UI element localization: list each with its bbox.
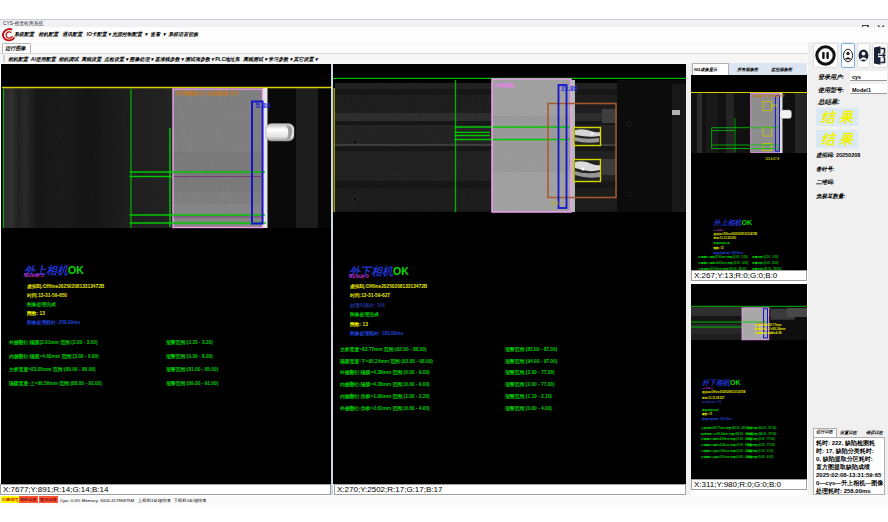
svg-text:虚拟码:Offline2025020813313472B: 虚拟码:Offline2025020813313472B [701,390,745,394]
svg-text:外下相机OK: 外下相机OK [701,379,741,387]
svg-text:报警范围:(94.00 - 97.00): 报警范围:(94.00 - 97.00) [504,358,558,365]
svg-text:报警范围:(2.20 - 3.20): 报警范围:(2.20 - 3.20) [165,339,213,346]
svg-text:报警范围:(1.10 - 2.10): 报警范围:(1.10 - 2.10) [504,393,552,400]
svg-text:NG允许:1: NG允许:1 [714,228,726,232]
svg-text:时间:13-31-59-650: 时间:13-31-59-650 [714,236,737,240]
svg-text:报警范围:(83.00 - 87.00): 报警范围:(83.00 - 87.00) [746,426,776,430]
svg-text:报警范围:(2.00 - 77.00): 报警范围:(2.00 - 77.00) [504,369,555,376]
svg-text:主极宽度=83.05mm 范围:(80.00 - 86.00: 主极宽度=83.05mm 范围:(80.00 - 86.00) [8,366,96,373]
svg-text:报警范围:(2.20 - 3.20): 报警范围:(2.20 - 3.20) [751,255,778,259]
svg-text:图像处理耗时: 183.00ms: 图像处理耗时: 183.00ms [350,330,404,337]
svg-text:报警范围:(89.00 - 91.00): 报警范围:(89.00 - 91.00) [165,380,219,387]
svg-text:报警范围:(94.00 - 97.00): 报警范围:(94.00 - 97.00) [746,432,776,436]
svg-text:内侧翻钉-隔膜=4.60mm 范围:(3.00 - 6.00: 内侧翻钉-隔膜=4.60mm 范围:(3.00 - 6.00) [698,261,748,265]
svg-text:NG允许:0: NG允许:0 [702,386,714,390]
svg-text:23.88: 23.88 [561,85,578,92]
svg-text:图像处理耗时: 258.00ms: 图像处理耗时: 258.00ms [714,251,744,255]
svg-text:隔膜宽度-下=95.24mm 范围:(93.00 - 98.: 隔膜宽度-下=95.24mm 范围:(93.00 - 98.00) [340,358,433,365]
svg-text:报警范围:(0.00 - 8.00): 报警范围:(0.00 - 8.00) [165,353,213,360]
svg-text:90.5: 90.5 [772,104,778,108]
svg-text:外侧翻钉-隔膜=4.38mm 范围:(0.00 - 9.00: 外侧翻钉-隔膜=4.38mm 范围:(0.00 - 9.00) [700,437,751,441]
svg-text:外侧翻钉-隔膜(2.91mm 范围:(2.00 - 3.50: 外侧翻钉-隔膜(2.91mm 范围:(2.00 - 3.50) [697,255,748,259]
svg-text:灯亮阈值:93, 动态阈值:100: 灯亮阈值:93, 动态阈值:100 [751,94,785,98]
svg-text:圈数: 13: 圈数: 13 [714,246,725,250]
svg-text:内侧翻钉-负极=1.90mm 范围:(1.00 - 2.20: 内侧翻钉-负极=1.90mm 范围:(1.00 - 2.20) [340,393,430,400]
svg-text:报警范围:(2.00 - 77.00): 报警范围:(2.00 - 77.00) [746,443,775,447]
svg-text:图像处理完成: 图像处理完成 [350,311,379,318]
svg-text:外侧翻钉-隔膜(2.91mm 范围:(2.00 - 3.50: 外侧翻钉-隔膜(2.91mm 范围:(2.00 - 3.50) [8,339,98,346]
svg-text:NG允许:0: NG允许:0 [349,274,369,279]
svg-text:报警范围:(2.00 - 77.00): 报警范围:(2.00 - 77.00) [746,437,775,441]
svg-text:报警范围:(1.10 - 2.10): 报警范围:(1.10 - 2.10) [746,449,773,453]
svg-text:报警范围:(2.00 - 77.00): 报警范围:(2.00 - 77.00) [504,381,555,388]
svg-text:主极宽度=83.77mm 范围:(82.00 - 88.00: 主极宽度=83.77mm 范围:(82.00 - 88.00) [339,346,427,353]
svg-text:报警范围:(0.00 - 8.00): 报警范围:(0.00 - 8.00) [751,261,778,265]
svg-text:图像处理完成: 图像处理完成 [714,241,730,245]
svg-text:主极宽度=83.77mm 范围:(82.00 - 88.00: 主极宽度=83.77mm 范围:(82.00 - 88.00) [700,426,750,430]
svg-text:内侧翻钉-负极=1.90mm 范围:(1.00 - 2.20: 内侧翻钉-负极=1.90mm 范围:(1.00 - 2.20) [701,449,751,453]
svg-text:隔膜宽度-下=95.24mm 范围:(93.00 - 98.: 隔膜宽度-下=95.24mm 范围:(93.00 - 98.00) [701,432,753,436]
svg-text:虚拟码:Offline2025020813313472B: 虚拟码:Offline2025020813313472B [713,232,757,236]
svg-text:AI检测框: AI检测框 [494,82,514,89]
svg-text:5.88: 5.88 [256,101,271,110]
svg-text:外侧翻钉-隔膜=4.38: 外侧翻钉-隔膜=4.38 [754,331,782,335]
svg-text:圈数: 13: 圈数: 13 [350,321,368,328]
svg-text:时间:13-31-59-650: 时间:13-31-59-650 [27,292,67,299]
svg-text:报警范围:(83.00 - 87.00): 报警范围:(83.00 - 87.00) [504,346,558,353]
svg-text:内侧翻钉-隔膜=4.38mm 范围:(0.00 - 9.00: 内侧翻钉-隔膜=4.38mm 范围:(0.00 - 9.00) [701,443,751,447]
svg-text:报警范围:(0.60 - 4.00): 报警范围:(0.60 - 4.00) [504,405,552,412]
svg-text:图像处理完成: 图像处理完成 [702,408,718,412]
svg-text:5.9: 5.9 [552,201,559,206]
svg-text:内侧翻钉-隔膜=4.60mm 范围:(3.00 - 6.00: 内侧翻钉-隔膜=4.60mm 范围:(3.00 - 6.00) [9,353,99,360]
svg-text:图像处理完成: 图像处理完成 [27,301,56,308]
svg-text:外侧翻钉-负极=2.61mm 范围:(0.60 - 4.00: 外侧翻钉-负极=2.61mm 范围:(0.60 - 4.00) [700,455,751,459]
svg-text:报警范围:(0.60 - 4.00): 报警范围:(0.60 - 4.00) [746,455,773,459]
svg-text:隔膜宽度-上=90.56mm 范围:(88.00 - 92.: 隔膜宽度-上=90.56mm 范围:(88.00 - 92.00) [9,380,102,387]
svg-text:处理AI耗时: 166: 处理AI耗时: 166 [701,400,722,404]
svg-text:处理AI耗时: 166: 处理AI耗时: 166 [349,302,385,309]
svg-text:外侧翻钉-隔膜=4.38mm 范围:(0.00 - 9.00: 外侧翻钉-隔膜=4.38mm 范围:(0.00 - 9.00) [339,369,430,376]
svg-text:虚拟码:Offline2025020813313472B: 虚拟码:Offline2025020813313472B [349,283,428,290]
svg-text:时间:13-31-59-627: 时间:13-31-59-627 [350,292,390,299]
svg-text:圈数: 13: 圈数: 13 [702,412,713,416]
svg-text:时间:13-31-59-627: 时间:13-31-59-627 [702,396,725,400]
svg-text:NG允许:1: NG允许:1 [24,273,44,278]
svg-text:123.4 67.8: 123.4 67.8 [765,157,780,161]
svg-text:外侧翻钉-负极=2.61mm 范围:(0.60 - 4.00: 外侧翻钉-负极=2.61mm 范围:(0.60 - 4.00) [339,405,430,412]
svg-text:外上相机OK: 外上相机OK [713,219,753,227]
svg-text:图像处理耗时: 258.00ms: 图像处理耗时: 258.00ms [27,319,81,326]
svg-text:内侧翻钉-隔膜=4.38mm 范围:(0.00 - 9.00: 内侧翻钉-隔膜=4.38mm 范围:(0.00 - 9.00) [340,381,430,388]
svg-text:报警范围:(81.00 - 85.00): 报警范围:(81.00 - 85.00) [165,366,219,373]
svg-text:圈数: 13: 圈数: 13 [27,310,45,317]
svg-text:图像处理耗时: 183.00ms: 图像处理耗时: 183.00ms [702,417,732,421]
svg-text:虚拟码:Offline2025020813313472B: 虚拟码:Offline2025020813313472B [26,283,105,290]
svg-text:灯亮阈值:93, 动态阈值:100: 灯亮阈值:93, 动态阈值:100 [175,90,238,97]
